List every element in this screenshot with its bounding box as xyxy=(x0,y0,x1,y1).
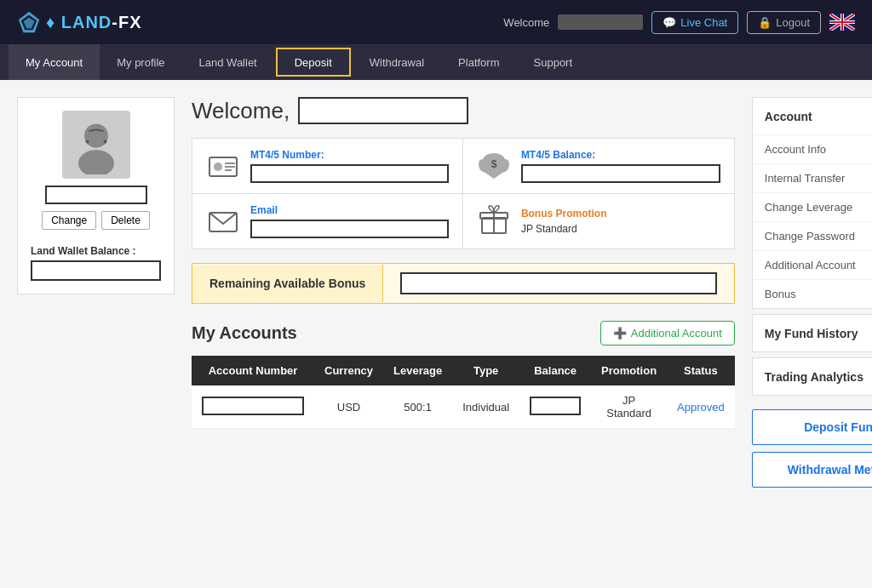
sidebar-item-internal-transfer[interactable]: Internal Transfer xyxy=(753,164,872,193)
col-balance: Balance xyxy=(519,356,591,385)
delete-photo-button[interactable]: Delete xyxy=(101,211,150,230)
svg-point-13 xyxy=(84,124,108,148)
gift-icon xyxy=(477,204,511,238)
mt4-value xyxy=(250,164,449,183)
email-icon xyxy=(206,204,240,238)
bonus-remaining-label: Remaining Available Bonus xyxy=(192,265,383,302)
nav-withdrawal[interactable]: Withdrawal xyxy=(353,44,441,80)
change-photo-button[interactable]: Change xyxy=(42,211,96,230)
cell-type: Individual xyxy=(452,385,519,429)
svg-text:$: $ xyxy=(491,158,497,170)
email-cell: Email xyxy=(192,194,463,248)
account-section-header[interactable]: Account ∨ xyxy=(753,98,872,135)
balance-details: MT4/5 Balance: xyxy=(521,149,720,183)
svg-rect-16 xyxy=(103,140,106,144)
additional-account-button[interactable]: ➕ Additional Account xyxy=(600,321,735,345)
cell-account-number xyxy=(192,385,314,429)
content-area: Welcome, MT4/5 Number: xyxy=(192,97,735,488)
deposit-funds-button[interactable]: Deposit Funds xyxy=(752,409,872,445)
bonus-promotion-cell: Bonus Promotion JP Standard xyxy=(463,194,734,248)
fund-history-sidebar-section: My Fund History ∨ xyxy=(752,314,872,352)
account-section-title: Account xyxy=(765,110,812,123)
plus-icon: ➕ xyxy=(613,327,627,340)
welcome-name-input xyxy=(298,97,468,124)
right-sidebar: Account ∨ Account Info Internal Transfer… xyxy=(752,97,872,488)
col-promotion: Promotion xyxy=(591,356,667,385)
accounts-header: My Accounts ➕ Additional Account xyxy=(192,321,735,345)
col-currency: Currency xyxy=(314,356,383,385)
accounts-table: Account Number Currency Leverage Type Ba… xyxy=(192,356,735,429)
id-card-icon xyxy=(206,149,240,183)
logout-button[interactable]: 🔒 Logout xyxy=(747,11,821,34)
mt4-number-cell: MT4/5 Number: xyxy=(192,139,463,194)
account-sidebar-section: Account ∨ Account Info Internal Transfer… xyxy=(752,97,872,309)
trading-analytics-sidebar-section: Trading Analytics ∨ xyxy=(752,357,872,396)
nav-my-account[interactable]: My Account xyxy=(9,44,100,80)
info-grid: MT4/5 Number: $ MT4/5 Balance: xyxy=(192,138,735,249)
bonus-section: Remaining Available Bonus xyxy=(192,263,735,304)
table-row: USD 500:1 Individual JP Standard Approve… xyxy=(192,385,735,429)
cell-balance xyxy=(519,385,591,429)
cell-leverage: 500:1 xyxy=(383,385,452,429)
header: ♦ LAND-FX Welcome 💬 Live Chat 🔒 Logout xyxy=(0,0,872,44)
bonus-type-value: JP Standard xyxy=(521,223,720,235)
col-type: Type xyxy=(452,356,519,385)
balance-label: MT4/5 Balance: xyxy=(521,149,720,161)
sidebar-item-bonus[interactable]: Bonus xyxy=(753,280,872,308)
nav-my-profile[interactable]: My profile xyxy=(100,44,181,80)
trading-analytics-section-header[interactable]: Trading Analytics ∨ xyxy=(753,358,872,395)
language-flag[interactable] xyxy=(829,14,855,31)
sidebar-item-additional-account[interactable]: Additional Account xyxy=(753,251,872,280)
chat-icon: 💬 xyxy=(663,16,676,29)
nav-support[interactable]: Support xyxy=(517,44,590,80)
wallet-section: Land Wallet Balance : xyxy=(31,245,161,281)
nav-deposit[interactable]: Deposit xyxy=(276,48,351,77)
sidebar-item-account-info[interactable]: Account Info xyxy=(753,135,872,164)
withdrawal-methods-button[interactable]: Withdrawal Methods xyxy=(752,452,872,488)
lock-icon: 🔒 xyxy=(758,16,772,29)
accounts-title: My Accounts xyxy=(192,323,297,343)
svg-point-18 xyxy=(214,163,222,171)
balance-value xyxy=(521,164,720,183)
welcome-name xyxy=(558,14,643,30)
account-number-value xyxy=(202,397,304,415)
email-label: Email xyxy=(250,204,449,216)
live-chat-button[interactable]: 💬 Live Chat xyxy=(651,11,738,34)
email-details: Email xyxy=(250,204,449,238)
col-status: Status xyxy=(667,356,735,385)
bonus-remaining-value xyxy=(400,272,716,294)
profile-buttons: Change Delete xyxy=(42,211,150,230)
balance-cell: $ MT4/5 Balance: xyxy=(463,139,734,194)
live-chat-label: Live Chat xyxy=(680,16,727,29)
wallet-balance-value xyxy=(31,260,161,281)
navigation: My Account My profile Land Wallet Deposi… xyxy=(0,44,872,80)
nav-platform[interactable]: Platform xyxy=(441,44,516,80)
bonus-details: Bonus Promotion JP Standard xyxy=(521,208,720,235)
nav-land-wallet[interactable]: Land Wallet xyxy=(182,44,274,80)
svg-rect-11 xyxy=(841,14,843,31)
header-right: Welcome 💬 Live Chat 🔒 Logout xyxy=(503,11,855,34)
svg-rect-15 xyxy=(85,140,89,144)
bonus-promotion-label: Bonus Promotion xyxy=(521,208,720,220)
main-content: Change Delete Land Wallet Balance : Welc… xyxy=(0,80,872,505)
additional-account-label: Additional Account xyxy=(631,327,722,340)
logo-icon xyxy=(17,10,41,34)
balance-value xyxy=(530,397,581,415)
mt4-label: MT4/5 Number: xyxy=(250,149,449,161)
profile-card: Change Delete Land Wallet Balance : xyxy=(17,97,175,294)
left-sidebar: Change Delete Land Wallet Balance : xyxy=(17,97,175,488)
logout-label: Logout xyxy=(776,16,810,29)
welcome-heading: Welcome, xyxy=(192,97,735,124)
cell-currency: USD xyxy=(314,385,383,429)
logo-text: ♦ LAND-FX xyxy=(46,13,142,32)
table-header-row: Account Number Currency Leverage Type Ba… xyxy=(192,356,735,385)
mt4-details: MT4/5 Number: xyxy=(250,149,449,183)
sidebar-item-change-password[interactable]: Change Password xyxy=(753,222,872,251)
fund-history-section-header[interactable]: My Fund History ∨ xyxy=(753,315,872,351)
email-value xyxy=(250,220,449,238)
balance-icon: $ xyxy=(477,149,511,183)
wallet-balance-label: Land Wallet Balance : xyxy=(31,245,161,257)
fund-history-title: My Fund History xyxy=(765,327,858,340)
sidebar-item-change-leverage[interactable]: Change Leverage xyxy=(753,193,872,222)
cell-status: Approved xyxy=(667,385,735,429)
